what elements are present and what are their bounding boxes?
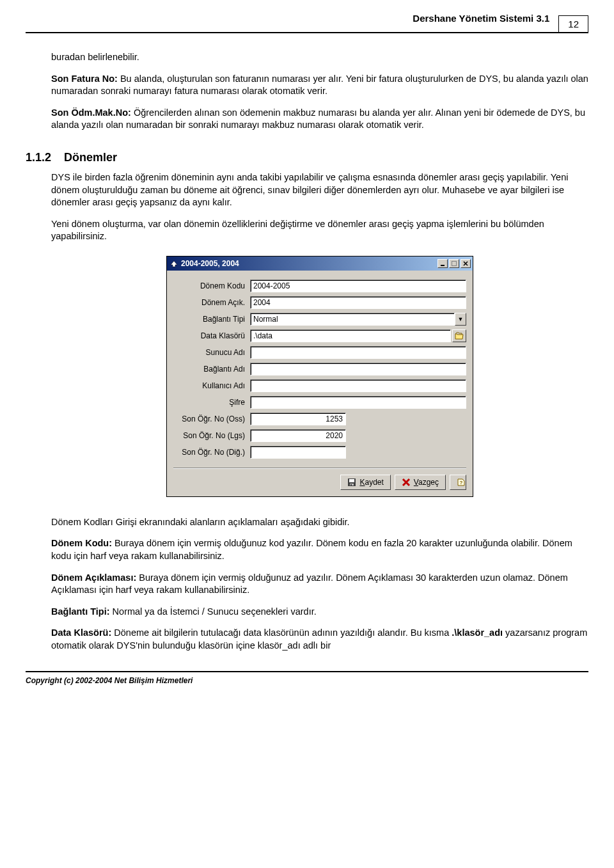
label-sunucu-adi: Sunucu Adı <box>173 347 250 358</box>
paragraph: Son Ödm.Mak.No: Öğrencilerden alınan son… <box>51 107 588 132</box>
help-button[interactable]: ? <box>450 475 466 490</box>
app-icon <box>169 259 178 268</box>
input-baglanti-adi[interactable] <box>250 363 466 375</box>
cancel-button[interactable]: Vazgeç <box>395 475 446 490</box>
label-son-ogr-lgs: Son Öğr. No (Lgs) <box>173 430 250 441</box>
section-title: Dönemler <box>64 150 117 165</box>
footer-copyright: Copyright (c) 2002-2004 Net Bilişim Hizm… <box>26 671 588 685</box>
dropdown-button[interactable]: ▼ <box>455 313 466 326</box>
field-text: Döneme ait bilgilerin tutulacağı data kl… <box>111 627 452 638</box>
field-text: Normal ya da İstemci / Sunucu seçenekler… <box>110 606 317 617</box>
close-button[interactable] <box>460 259 471 268</box>
input-son-ogr-dig[interactable] <box>250 446 346 459</box>
label-donem-acik: Dönem Açık. <box>173 297 250 308</box>
minimize-button[interactable] <box>437 259 448 268</box>
titlebar-title: 2004-2005, 2004 <box>181 258 437 269</box>
paragraph: Dönem Kodu: Buraya dönem için vermiş old… <box>51 537 588 562</box>
paragraph: DYS ile birden fazla öğrenim döneminin a… <box>51 171 588 209</box>
label-kullanici-adi: Kullanıcı Adı <box>173 381 250 391</box>
field-label: Dönem Açıklaması: <box>51 572 136 583</box>
titlebar[interactable]: 2004-2005, 2004 <box>167 256 473 271</box>
field-label: Bağlantı Tipi: <box>51 606 110 617</box>
svg-rect-0 <box>441 265 445 266</box>
paragraph: Yeni dönem oluşturma, var olan dönemin ö… <box>51 218 588 243</box>
input-donem-acik[interactable] <box>250 296 466 309</box>
svg-text:?: ? <box>460 480 463 485</box>
input-data-klasoru[interactable] <box>250 329 451 342</box>
field-label: Son Ödm.Mak.No: <box>51 107 131 118</box>
combo-baglanti-tipi[interactable] <box>250 313 455 326</box>
help-icon: ? <box>457 478 466 487</box>
input-donem-kodu[interactable] <box>250 280 466 292</box>
dialog-window: 2004-2005, 2004 Dönem Kodu Dönem Açık. <box>166 256 473 497</box>
section-number: 1.1.2 <box>26 150 64 165</box>
field-label: Son Fatura No: <box>51 74 118 84</box>
input-son-ogr-lgs[interactable] <box>250 429 346 442</box>
cancel-button-label: Vazgeç <box>414 478 439 487</box>
input-sunucu-adi[interactable] <box>250 346 466 359</box>
label-son-ogr-dig: Son Öğr. No (Diğ.) <box>173 447 250 457</box>
section-heading: 1.1.2 Dönemler <box>51 150 588 165</box>
cancel-icon <box>402 478 411 487</box>
input-son-ogr-oss[interactable] <box>250 413 346 425</box>
field-text: Buraya dönem için vermiş olduğunuz kod y… <box>51 538 572 561</box>
label-baglanti-adi: Bağlantı Adı <box>173 364 250 374</box>
field-text: Öğrencilerden alınan son ödemenin makbuz… <box>51 107 585 130</box>
save-button-label: Kaydet <box>359 478 383 487</box>
label-son-ogr-oss: Son Öğr. No (Oss) <box>173 414 250 424</box>
page-header: Dershane Yönetim Sistemi 3.1 12 <box>26 0 588 33</box>
paragraph: Dönem Açıklaması: Buraya dönem için verm… <box>51 572 588 597</box>
paragraph: Son Fatura No: Bu alanda, oluşturulan so… <box>51 73 588 98</box>
field-text: Bu alanda, oluşturulan son faturanın num… <box>51 74 588 97</box>
field-bold: .\klasör_adı <box>452 627 503 638</box>
paragraph: Bağlantı Tipi: Normal ya da İstemci / Su… <box>51 606 588 619</box>
label-data-klasoru: Data Klasörü <box>173 331 250 341</box>
input-kullanici-adi[interactable] <box>250 379 466 392</box>
label-baglanti-tipi: Bağlantı Tipi <box>173 314 250 324</box>
browse-button[interactable] <box>452 329 466 342</box>
dialog-body: Dönem Kodu Dönem Açık. Bağlantı Tipi ▼ <box>167 271 473 496</box>
paragraph: buradan belirlenebilir. <box>51 51 588 64</box>
label-donem-kodu: Dönem Kodu <box>173 281 250 291</box>
svg-rect-3 <box>349 479 354 482</box>
svg-rect-5 <box>350 484 352 485</box>
paragraph: Data Klasörü: Döneme ait bilgilerin tutu… <box>51 627 588 652</box>
maximize-button[interactable] <box>449 259 459 268</box>
save-button[interactable]: Kaydet <box>340 475 390 490</box>
field-label: Data Klasörü: <box>51 627 111 638</box>
header-title: Dershane Yönetim Sistemi 3.1 <box>413 13 549 24</box>
field-label: Dönem Kodu: <box>51 538 112 548</box>
label-sifre: Şifre <box>173 397 250 407</box>
svg-rect-1 <box>452 261 457 265</box>
input-sifre[interactable] <box>250 396 466 409</box>
save-icon <box>347 478 356 487</box>
paragraph: Dönem Kodları Girişi ekranındaki alanlar… <box>51 516 588 529</box>
page-number: 12 <box>558 15 588 32</box>
